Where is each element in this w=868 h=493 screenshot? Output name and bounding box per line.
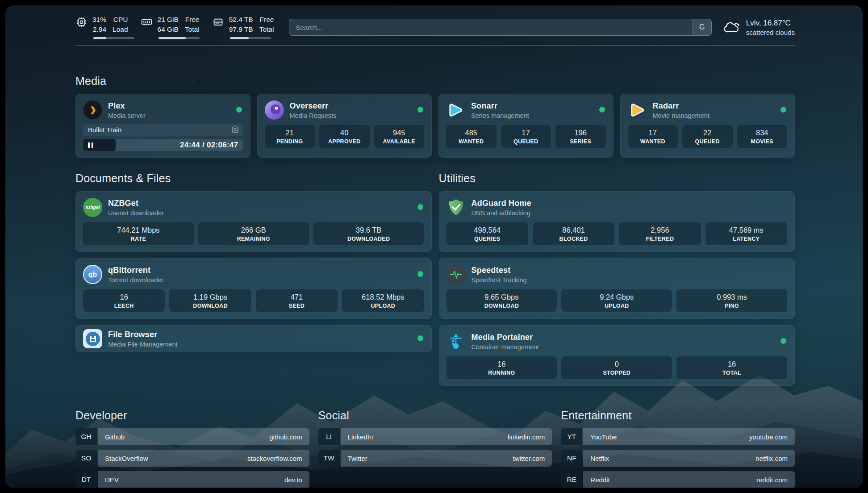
bookmark-linkedin[interactable]: LI LinkedInlinkedin.com	[318, 428, 552, 445]
stat-box: 2,956FILTERED	[619, 222, 701, 245]
topbar-divider	[75, 46, 795, 46]
weather-widget: Lviv, 16.87°C scattered clouds	[723, 19, 795, 36]
bookmark-name: YouTube	[590, 433, 617, 441]
adguard-icon	[447, 198, 466, 217]
stat-row: 21PENDING 40APPROVED 945AVAILABLE	[265, 125, 425, 148]
stat-row: 16LEECH 1.19 GbpsDOWNLOAD 471SEED 618.52…	[83, 289, 424, 312]
stat-box: 9.24 GbpsUPLOAD	[561, 289, 672, 312]
cpu-labels: CPU Load	[113, 15, 128, 34]
bookmark-reddit[interactable]: RE Redditreddit.com	[561, 471, 795, 488]
bookmark-abbr: YT	[561, 428, 582, 445]
section-heading-utilities: Utilities	[439, 172, 795, 185]
stat-box: 744.21 MbpsRATE	[83, 222, 194, 245]
status-dot	[417, 271, 423, 277]
bookmark-twitter[interactable]: TW Twittertwitter.com	[318, 450, 552, 467]
service-subtitle: Speedtest Tracking	[472, 276, 527, 284]
service-title: Sonarr	[471, 101, 529, 111]
ram-icon	[141, 16, 153, 28]
service-title: Radarr	[653, 101, 709, 111]
stat-box: 196SERIES	[555, 125, 606, 148]
pause-button[interactable]	[83, 139, 116, 151]
section-developer: Developer GH Githubgithub.com SO StackOv…	[75, 409, 309, 488]
cpu-progress-fill	[93, 37, 106, 39]
ram-values: 21 GiB 64 GiB	[158, 15, 179, 34]
media-type-icon	[231, 126, 239, 134]
service-card-speedtest[interactable]: Speedtest Speedtest Tracking 9.65 GbpsDO…	[439, 258, 795, 319]
snow-specks	[5, 5, 6, 6]
service-subtitle: Usenet downloader	[108, 209, 164, 217]
service-title: Speedtest	[472, 266, 527, 275]
service-card-portainer[interactable]: Media Portainer Container management 16R…	[439, 325, 795, 386]
disk-stats-widget: 52.4 TB 97.9 TB Free Total	[212, 15, 274, 39]
stat-box: 16LEECH	[83, 289, 165, 312]
bookmark-url: twitter.com	[513, 455, 545, 462]
bookmark-name: Twitter	[348, 455, 367, 462]
section-heading-entertainment: Entertainment	[561, 409, 795, 422]
stat-row: 16RUNNING 0STOPPED 16TOTAL	[447, 356, 788, 379]
disk-progress-bar	[230, 37, 271, 39]
bookmark-name: DEV	[105, 476, 119, 484]
stat-box: 22QUEUED	[682, 125, 733, 148]
disk-labels: Free Total	[259, 15, 274, 34]
sonarr-icon	[446, 100, 465, 120]
bookmark-url: dev.to	[284, 476, 302, 484]
service-card-sonarr[interactable]: Sonarr Series management 485WANTED 17QUE…	[438, 94, 613, 158]
search-input[interactable]	[289, 19, 711, 36]
top-bar: 31% 2.94 CPU Load 21 GiB	[75, 15, 795, 39]
speedtest-icon	[447, 265, 466, 284]
stat-box: 86,401BLOCKED	[533, 222, 614, 245]
bookmark-url: github.com	[269, 433, 302, 441]
cpu-load-avg: 2.94	[92, 25, 106, 34]
bookmark-abbr: LI	[318, 428, 340, 445]
service-card-filebrowser[interactable]: File Browser Media File Management	[75, 325, 432, 352]
section-entertainment: Entertainment YT YouTubeyoutube.com NF N…	[561, 409, 795, 488]
status-dot	[599, 107, 605, 113]
bookmark-abbr: DT	[75, 471, 97, 488]
stat-box: 40APPROVED	[319, 125, 370, 148]
search-engine-button[interactable]: G	[693, 19, 711, 35]
stat-box: 9.65 GbpsDOWNLOAD	[447, 289, 557, 312]
bookmark-abbr: NF	[561, 450, 582, 467]
playback-time: 24:44 / 02:06:47	[180, 141, 238, 150]
bookmark-url: reddit.com	[756, 476, 788, 484]
stat-box: 498,564QUERIES	[447, 222, 528, 245]
service-subtitle: Media Requests	[290, 112, 337, 119]
status-dot	[236, 107, 242, 113]
service-subtitle: Series management	[471, 112, 529, 119]
stat-row: 485WANTED 17QUEUED 196SERIES	[446, 125, 606, 148]
bookmark-github[interactable]: GH Githubgithub.com	[75, 428, 309, 445]
bookmark-abbr: GH	[75, 428, 97, 445]
service-card-plex[interactable]: Plex Media server Bullet Train 24:44 / 0	[75, 94, 250, 158]
cpu-progress-bar	[93, 37, 134, 39]
dashboard-window: 31% 2.94 CPU Load 21 GiB	[5, 5, 863, 488]
stat-box: 39.6 TBDOWNLOADED	[313, 222, 424, 245]
service-card-radarr[interactable]: Radarr Movie management 17WANTED 22QUEUE…	[620, 94, 795, 158]
ram-stats-widget: 21 GiB 64 GiB Free Total	[141, 15, 200, 39]
service-subtitle: Container management	[472, 343, 539, 351]
section-heading-social: Social	[318, 409, 552, 422]
disk-icon	[212, 16, 224, 28]
section-heading-media: Media	[75, 75, 795, 88]
portainer-icon	[447, 332, 466, 351]
ram-free: 21 GiB	[158, 15, 179, 24]
bookmark-dev[interactable]: DT DEVdev.to	[75, 471, 309, 488]
bookmark-url: netflix.com	[755, 455, 788, 462]
stat-box: 834MOVIES	[737, 125, 788, 148]
section-documents-files: Documents & Files nzbget NZBGet Usenet d…	[75, 172, 432, 386]
service-subtitle: DNS and adblocking	[472, 209, 531, 217]
service-card-adguard[interactable]: AdGuard Home DNS and adblocking 498,564Q…	[439, 191, 795, 252]
service-card-overseerr[interactable]: Overseerr Media Requests 21PENDING 40APP…	[257, 94, 432, 158]
stat-box: 1.19 GbpsDOWNLOAD	[169, 289, 251, 312]
service-subtitle: Media File Management	[108, 341, 178, 348]
stat-box: 17WANTED	[628, 125, 678, 148]
bookmark-stackoverflow[interactable]: SO StackOverflowstackoverflow.com	[75, 450, 309, 467]
service-card-nzbget[interactable]: nzbget NZBGet Usenet downloader 744.21 M…	[75, 191, 432, 252]
stat-box: 47.569 msLATENCY	[705, 222, 787, 245]
bookmark-netflix[interactable]: NF Netflixnetflix.com	[561, 450, 795, 467]
disk-free: 52.4 TB	[229, 15, 253, 24]
bookmark-url: linkedin.com	[508, 433, 545, 441]
bookmark-youtube[interactable]: YT YouTubeyoutube.com	[561, 428, 795, 445]
stat-row: 498,564QUERIES 86,401BLOCKED 2,956FILTER…	[447, 222, 788, 245]
bookmark-url: stackoverflow.com	[247, 455, 302, 462]
service-card-qbittorrent[interactable]: qb qBittorrent Torrent downloader 16LEEC…	[75, 258, 432, 319]
